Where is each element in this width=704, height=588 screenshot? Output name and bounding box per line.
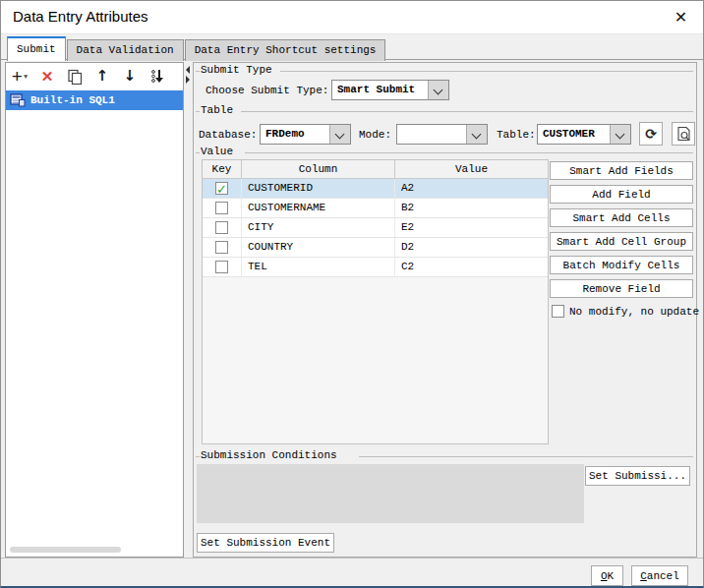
database-select[interactable]: FRDemo <box>260 124 351 145</box>
table-group-label: Table <box>201 104 239 116</box>
move-down-button[interactable]: ↓ <box>116 65 144 88</box>
dropdown-arrow-icon[interactable] <box>329 125 350 144</box>
remove-field-button[interactable]: Remove Field <box>550 279 693 298</box>
set-submission-event-button[interactable]: Set Submission Event <box>197 533 334 553</box>
tab-submit[interactable]: Submit <box>7 36 66 61</box>
preview-table-button[interactable] <box>672 122 695 146</box>
preview-table-icon <box>676 126 691 142</box>
list-toolbar: + ▼ ✕ ↑ ↓ <box>6 63 183 89</box>
copy-icon <box>67 69 83 85</box>
submit-type-value: Smart Submit <box>332 81 428 99</box>
mode-value <box>397 125 466 144</box>
value-group-label: Value <box>201 146 239 157</box>
add-button[interactable]: + ▼ <box>6 65 33 88</box>
key-cell[interactable] <box>203 199 242 217</box>
submission-conditions-group-label: Submission Conditions <box>201 449 343 461</box>
column-cell[interactable]: COUNTRY <box>242 238 395 257</box>
value-cell[interactable]: A2 <box>395 179 548 198</box>
table-row[interactable]: COUNTRYD2 <box>203 238 548 258</box>
key-checkbox[interactable] <box>215 182 228 195</box>
no-modify-checkbox[interactable] <box>552 305 564 318</box>
copy-button[interactable] <box>61 65 88 88</box>
set-submission-condition-button[interactable]: Set Submissi... <box>585 466 690 486</box>
key-cell[interactable] <box>203 179 242 198</box>
no-modify-no-update-option[interactable]: No modify, no update <box>552 305 699 318</box>
value-cell[interactable]: B2 <box>395 199 548 217</box>
table-row[interactable]: CUSTOMERNAMEB2 <box>203 199 548 218</box>
table-row[interactable]: CITYE2 <box>203 218 548 238</box>
ok-button[interactable]: OK <box>591 565 623 586</box>
tab-data-entry-shortcut-settings[interactable]: Data Entry Shortcut settings <box>185 39 386 61</box>
move-up-button[interactable]: ↑ <box>88 65 116 88</box>
mode-label: Mode: <box>359 129 391 141</box>
mode-select[interactable] <box>396 124 488 145</box>
column-header-value[interactable]: Value <box>395 160 548 178</box>
delete-x-icon: ✕ <box>41 69 54 84</box>
scrollbar-thumb[interactable] <box>10 547 121 553</box>
list-item[interactable]: Built-in SQL1 <box>6 90 183 110</box>
value-cell[interactable]: E2 <box>395 218 548 237</box>
dropdown-arrow-icon[interactable] <box>428 81 448 99</box>
chevron-down-icon: ▼ <box>24 73 28 81</box>
smart-add-fields-button[interactable]: Smart Add Fields <box>550 161 693 180</box>
column-cell[interactable]: CITY <box>242 218 395 237</box>
submit-type-select[interactable]: Smart Submit <box>331 80 449 100</box>
key-checkbox[interactable] <box>215 261 228 273</box>
refresh-button[interactable]: ⟳ <box>639 122 663 146</box>
close-icon: ✕ <box>675 8 687 27</box>
table-row[interactable]: TELC2 <box>203 258 548 277</box>
column-cell[interactable]: CUSTOMERID <box>242 179 395 198</box>
table-value: CUSTOMER <box>538 125 610 144</box>
dialog-title: Data Entry Attributes <box>13 8 148 25</box>
arrow-up-icon: ↑ <box>96 69 109 84</box>
key-cell[interactable] <box>203 218 242 237</box>
database-value: FRDemo <box>261 125 329 144</box>
expand-right-icon[interactable] <box>186 76 190 84</box>
value-cell[interactable]: D2 <box>395 238 548 257</box>
choose-submit-type-label: Choose Submit Type: <box>205 85 328 96</box>
arrow-down-icon: ↓ <box>124 69 137 84</box>
plus-icon: + <box>12 67 23 86</box>
key-checkbox[interactable] <box>215 241 228 254</box>
smart-add-cell-group-button[interactable]: Smart Add Cell Group <box>550 232 693 251</box>
cancel-button[interactable]: Cancel <box>631 565 688 586</box>
submit-settings-panel: Submit Type Choose Submit Type: Smart Su… <box>193 62 697 558</box>
column-header-key[interactable]: Key <box>203 160 242 178</box>
value-cell[interactable]: C2 <box>395 258 548 276</box>
move-to-bottom-button[interactable] <box>144 65 171 88</box>
panel-splitter[interactable] <box>184 62 193 558</box>
key-cell[interactable] <box>203 258 242 276</box>
no-modify-label: No modify, no update <box>569 306 699 318</box>
delete-button[interactable]: ✕ <box>33 65 61 88</box>
dialog-footer: OK Cancel <box>1 558 703 588</box>
key-cell[interactable] <box>203 238 242 257</box>
collapse-left-icon[interactable] <box>186 66 190 74</box>
value-table-header: KeyColumnValue <box>203 160 548 179</box>
tab-strip: SubmitData ValidationData Entry Shortcut… <box>1 36 703 60</box>
tab-data-validation[interactable]: Data Validation <box>67 39 184 61</box>
sort-to-bottom-icon <box>149 68 166 85</box>
submit-list-panel: + ▼ ✕ ↑ ↓ <box>5 62 184 558</box>
column-cell[interactable]: TEL <box>242 258 395 276</box>
refresh-icon: ⟳ <box>645 127 657 141</box>
table-select[interactable]: CUSTOMER <box>537 124 631 145</box>
dropdown-arrow-icon[interactable] <box>466 125 487 144</box>
column-cell[interactable]: CUSTOMERNAME <box>242 199 395 217</box>
table-row[interactable]: CUSTOMERIDA2 <box>203 179 548 199</box>
database-label: Database: <box>199 129 257 141</box>
horizontal-scrollbar[interactable] <box>8 546 181 554</box>
column-header-column[interactable]: Column <box>242 160 395 178</box>
close-button[interactable]: ✕ <box>659 1 703 33</box>
key-checkbox[interactable] <box>215 221 228 234</box>
builtin-sql-icon <box>10 93 26 107</box>
dropdown-arrow-icon[interactable] <box>610 125 630 144</box>
value-table: KeyColumnValue CUSTOMERIDA2CUSTOMERNAMEB… <box>202 159 549 444</box>
key-checkbox[interactable] <box>215 202 228 214</box>
add-field-button[interactable]: Add Field <box>550 185 693 204</box>
submit-items-list: Built-in SQL1 <box>6 90 183 543</box>
list-item-label: Built-in SQL1 <box>30 94 115 106</box>
batch-modify-cells-button[interactable]: Batch Modify Cells <box>550 256 693 274</box>
smart-add-cells-button[interactable]: Smart Add Cells <box>550 208 693 227</box>
data-entry-attributes-dialog: Data Entry Attributes ✕ SubmitData Valid… <box>0 0 704 588</box>
submission-conditions-box[interactable] <box>197 464 584 523</box>
